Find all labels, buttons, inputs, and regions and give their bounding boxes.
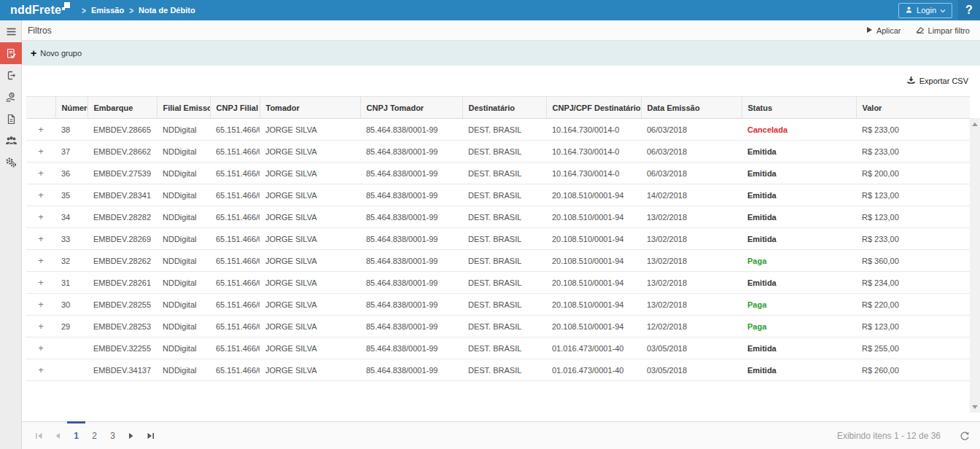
cell-valor: R$ 234,00 (856, 272, 970, 294)
brand-logo[interactable]: nddFrete (10, 4, 70, 17)
sidebar-item-exit[interactable] (0, 64, 22, 86)
cell-valor: R$ 200,00 (856, 163, 970, 184)
cell-status: Emitida (742, 337, 856, 359)
cell-destinatario: DEST. BRASIL (462, 184, 546, 206)
pager-info: Exibindo itens 1 - 12 de 36 (837, 431, 941, 441)
cell-destinatario: DEST. BRASIL (462, 316, 546, 337)
cell-tomador: JORGE SILVA (260, 272, 360, 294)
cell-cnpj_destinatario: 20.108.510/0001-94 (546, 184, 641, 206)
expand-row-button[interactable]: + (38, 168, 44, 179)
cell-filial: NDDigital (157, 294, 210, 316)
column-header-numero[interactable]: Número↓ (55, 97, 88, 119)
pager-page-2[interactable]: 2 (85, 422, 104, 449)
expand-row-button[interactable]: + (38, 299, 44, 310)
expand-row-button[interactable]: + (38, 211, 44, 222)
cell-cnpj_destinatario: 10.164.730/0014-0 (546, 141, 641, 163)
export-csv-button[interactable]: Exportar CSV (906, 76, 968, 86)
expand-row-button[interactable]: + (38, 364, 44, 375)
column-header-destinatario[interactable]: Destinatário (462, 97, 546, 119)
scroll-down-button[interactable] (970, 402, 980, 411)
cell-numero: 35 (55, 184, 88, 206)
filters-panel-header[interactable]: Filtros Aplicar Limpar filtro (22, 20, 980, 41)
last-page-button[interactable] (141, 422, 160, 449)
column-header-filial[interactable]: Filial Emissora (157, 97, 210, 119)
breadcrumb-item-emissao[interactable]: Emissão (91, 6, 124, 15)
expand-row-button[interactable]: + (38, 343, 44, 354)
cell-filial: NDDigital (157, 206, 210, 228)
first-page-button[interactable] (29, 422, 48, 449)
sidebar-item-settings[interactable] (0, 152, 22, 173)
cell-status: Emitida (742, 228, 856, 250)
cell-cnpj_tomador: 85.464.838/0001-99 (360, 272, 462, 294)
sidebar-item-debit-note[interactable] (0, 42, 22, 64)
column-header-tomador[interactable]: Tomador (260, 97, 360, 119)
cell-embarque: EMBDEV.34137 (88, 359, 157, 381)
apply-filter-label: Aplicar (876, 26, 901, 35)
help-button[interactable]: ? (958, 0, 980, 20)
refresh-button[interactable] (960, 431, 970, 441)
sidebar-item-documents[interactable] (0, 108, 22, 130)
table-row: +30EMBDEV.28255NDDigital65.151.466/000..… (26, 294, 970, 316)
cell-expand: + (26, 272, 55, 294)
expand-row-button[interactable]: + (38, 146, 44, 157)
menu-toggle-button[interactable] (0, 20, 22, 42)
pager-page-1[interactable]: 1 (67, 422, 85, 449)
cell-filial: NDDigital (157, 141, 210, 163)
cell-data_emissao: 06/03/2018 (641, 141, 742, 163)
play-icon (866, 26, 873, 35)
clear-filter-button[interactable]: Limpar filtro (916, 26, 970, 35)
cell-numero: 36 (55, 163, 88, 184)
cell-cnpj_tomador: 85.464.838/0001-99 (360, 337, 462, 359)
apply-filter-button[interactable]: Aplicar (866, 26, 901, 35)
triangle-up-icon (972, 122, 978, 126)
previous-page-button[interactable] (48, 422, 67, 449)
svg-text:$: $ (10, 93, 12, 97)
cell-status: Paga (742, 250, 856, 272)
next-page-button[interactable] (122, 422, 141, 449)
cell-tomador: JORGE SILVA (260, 294, 360, 316)
cell-cnpj_destinatario: 10.164.730/0014-0 (546, 163, 641, 184)
cell-cnpj_filial: 65.151.466/000... (210, 250, 260, 272)
cell-embarque: EMBDEV.32255 (88, 337, 157, 359)
login-button[interactable]: Login (898, 3, 952, 18)
cell-expand: + (26, 228, 55, 250)
expand-row-button[interactable]: + (38, 321, 44, 332)
cell-data_emissao: 06/03/2018 (641, 119, 742, 141)
expand-row-button[interactable]: + (38, 255, 44, 266)
new-group-button[interactable]: + Novo grupo (31, 48, 82, 58)
cell-expand: + (26, 163, 55, 184)
sidebar-item-billing[interactable]: $ (0, 86, 22, 108)
cell-embarque: EMBDEV.28262 (88, 250, 157, 272)
cell-status: Emitida (742, 272, 856, 294)
column-header-status[interactable]: Status (742, 97, 856, 119)
column-header-embarque[interactable]: Embarque (88, 97, 157, 119)
cell-cnpj_tomador: 85.464.838/0001-99 (360, 184, 462, 206)
column-label: Destinatário (469, 104, 516, 112)
expand-row-button[interactable]: + (38, 190, 44, 200)
column-header-data_emissao[interactable]: Data Emissão (641, 97, 742, 119)
cell-destinatario: DEST. BRASIL (462, 119, 546, 141)
cell-cnpj_filial: 65.151.466/000... (210, 163, 260, 184)
expand-row-button[interactable]: + (38, 233, 44, 244)
column-header-valor[interactable]: Valor (856, 97, 970, 119)
pager-page-3[interactable]: 3 (104, 422, 122, 449)
table-row: +36EMBDEV.27539NDDigital65.151.466/000..… (26, 163, 970, 184)
expand-row-button[interactable]: + (38, 277, 44, 288)
cell-filial: NDDigital (157, 316, 210, 337)
clear-filter-label: Limpar filtro (928, 26, 970, 35)
cell-data_emissao: 03/05/2018 (641, 359, 742, 381)
expand-row-button[interactable]: + (38, 124, 44, 135)
column-label: Filial Emissora (163, 104, 211, 112)
cell-expand: + (26, 316, 55, 337)
breadcrumb-item-nota-de-debito[interactable]: Nota de Débito (139, 6, 195, 15)
sidebar-item-users[interactable] (0, 130, 22, 152)
column-header-cnpj_filial[interactable]: CNPJ Filial (210, 97, 260, 119)
cell-status: Emitida (742, 141, 856, 163)
vertical-scrollbar[interactable] (970, 118, 980, 413)
column-header-cnpj_tomador[interactable]: CNPJ Tomador (360, 97, 462, 119)
column-header-cnpj_destinatario[interactable]: CNPJ/CPF Destinatário (546, 97, 641, 119)
scroll-up-button[interactable] (970, 120, 980, 128)
cell-tomador: JORGE SILVA (260, 184, 360, 206)
cell-cnpj_tomador: 85.464.838/0001-99 (360, 163, 462, 184)
cell-status: Paga (742, 294, 856, 316)
